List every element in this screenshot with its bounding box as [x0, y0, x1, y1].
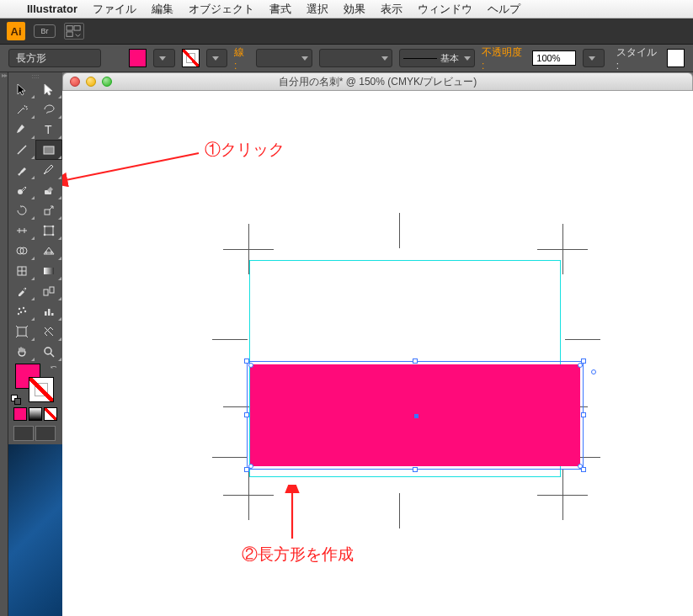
menu-view[interactable]: 表示: [381, 2, 402, 17]
panel-grip-icon[interactable]: ::::: [8, 72, 62, 79]
default-fill-stroke-icon[interactable]: [11, 395, 21, 405]
selection-handle[interactable]: [244, 412, 249, 417]
app-bar: Ai Br: [0, 19, 693, 45]
tool-magic-wand[interactable]: [8, 99, 35, 119]
menu-effect[interactable]: 効果: [344, 2, 365, 17]
tool-graph[interactable]: [35, 301, 62, 321]
svg-rect-17: [44, 268, 54, 274]
menu-help[interactable]: ヘルプ: [488, 2, 520, 17]
fill-stroke-block: ⤺: [8, 362, 62, 406]
tool-eyedropper[interactable]: [8, 281, 35, 301]
brush-label: 基本: [440, 52, 459, 65]
svg-line-4: [18, 146, 26, 154]
anchor-point[interactable]: [591, 369, 596, 374]
screen-mode-toggle[interactable]: [35, 426, 56, 441]
brush-dropdown[interactable]: 基本: [399, 49, 475, 67]
tool-perspective[interactable]: [35, 241, 62, 261]
tool-selection[interactable]: [8, 79, 35, 99]
menu-type[interactable]: 書式: [269, 2, 291, 17]
document-window: 自分用の名刺* @ 150% (CMYK/プレビュー) ①クリック: [62, 72, 693, 616]
tool-free-transform[interactable]: [35, 220, 62, 241]
tool-rotate[interactable]: [8, 200, 35, 220]
tool-eraser[interactable]: [35, 180, 62, 200]
color-mode-none[interactable]: [44, 407, 57, 421]
bridge-badge-icon[interactable]: Br: [34, 24, 56, 38]
fill-swatch[interactable]: [129, 49, 147, 67]
tool-gradient[interactable]: [35, 261, 62, 281]
minimize-icon[interactable]: [86, 77, 96, 87]
desktop-background: [8, 444, 62, 616]
close-icon[interactable]: [70, 77, 80, 87]
fill-dropdown[interactable]: [153, 49, 174, 67]
document-title: 自分用の名刺* @ 150% (CMYK/プレビュー): [63, 75, 692, 89]
tool-pen[interactable]: [8, 119, 35, 140]
color-mode-gradient[interactable]: [29, 407, 42, 421]
menu-file[interactable]: ファイル: [93, 2, 136, 17]
tool-rectangle[interactable]: [35, 140, 62, 160]
menu-edit[interactable]: 編集: [152, 2, 173, 17]
stroke-label: 線 :: [234, 45, 249, 72]
anchor-point[interactable]: [578, 464, 583, 469]
tool-direct-selection[interactable]: [35, 79, 62, 99]
tools-panel: :::: T ⤺: [8, 72, 62, 616]
canvas[interactable]: ①クリック: [62, 91, 693, 616]
svg-point-11: [52, 226, 55, 228]
anchor-point[interactable]: [578, 363, 583, 368]
tool-hand[interactable]: [8, 342, 35, 362]
window-titlebar[interactable]: 自分用の名刺* @ 150% (CMYK/プレビュー): [62, 72, 693, 91]
svg-line-30: [51, 353, 54, 357]
tool-line[interactable]: [8, 140, 35, 160]
control-bar: 長方形 線 : 基本 不透明度 : 100% スタイル :: [0, 45, 693, 72]
swap-fill-stroke-icon[interactable]: ⤺: [51, 363, 57, 371]
svg-rect-19: [50, 287, 54, 293]
svg-point-29: [45, 348, 51, 354]
opacity-input[interactable]: 100%: [532, 50, 576, 66]
tool-blob[interactable]: [8, 180, 35, 200]
stroke-dropdown[interactable]: [206, 49, 227, 67]
arrange-documents-icon[interactable]: [64, 23, 84, 40]
tool-symbol-spray[interactable]: [8, 301, 35, 321]
menu-window[interactable]: ウィンドウ: [418, 2, 472, 17]
tool-width[interactable]: [8, 220, 35, 241]
menu-object[interactable]: オブジェクト: [189, 2, 254, 17]
svg-point-23: [24, 311, 26, 312]
stroke-swatch[interactable]: [182, 49, 200, 67]
tool-scale[interactable]: [35, 200, 62, 220]
selection-handle[interactable]: [581, 412, 586, 417]
opacity-dropdown[interactable]: [583, 49, 604, 67]
variable-width-dropdown[interactable]: [319, 49, 392, 67]
selection-handle[interactable]: [413, 358, 418, 364]
svg-rect-28: [18, 327, 26, 336]
tool-shape-builder[interactable]: [8, 241, 35, 261]
opacity-label: 不透明度 :: [482, 45, 525, 72]
stroke-weight-dropdown[interactable]: [256, 49, 312, 67]
stroke-color-icon[interactable]: [29, 377, 54, 402]
tool-zoom[interactable]: [35, 342, 62, 362]
tool-lasso[interactable]: [35, 99, 62, 119]
panel-dock-edge[interactable]: ▸▸: [0, 72, 8, 616]
svg-rect-25: [45, 311, 47, 316]
screen-mode-normal[interactable]: [13, 426, 34, 441]
anchor-point[interactable]: [248, 363, 253, 368]
tool-blend[interactable]: [35, 281, 62, 301]
color-mode-solid[interactable]: [13, 407, 27, 421]
selected-tool-name: 長方形: [8, 49, 101, 67]
svg-point-12: [44, 234, 46, 236]
svg-point-20: [19, 308, 20, 310]
svg-rect-26: [48, 309, 51, 316]
tool-brush[interactable]: [8, 160, 35, 180]
tool-mesh[interactable]: [8, 261, 35, 281]
anchor-point[interactable]: [248, 464, 253, 469]
svg-rect-2: [67, 32, 72, 36]
tool-slice[interactable]: [35, 321, 62, 342]
selection-handle[interactable]: [413, 467, 418, 472]
tool-type[interactable]: T: [35, 119, 62, 140]
menu-app-name[interactable]: Illustrator: [27, 3, 77, 15]
svg-rect-0: [67, 26, 72, 30]
style-swatch[interactable]: [667, 49, 685, 67]
menu-select[interactable]: 選択: [307, 2, 328, 17]
tool-pencil[interactable]: [35, 160, 62, 180]
svg-point-13: [52, 234, 55, 236]
zoom-icon[interactable]: [102, 77, 112, 87]
tool-artboard[interactable]: [8, 321, 35, 342]
